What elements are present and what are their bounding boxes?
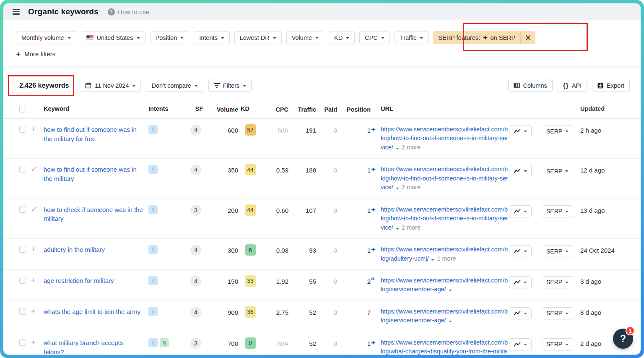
volume-value: 200 [205,205,238,214]
filter-button-lowest-dr[interactable]: Lowest DR [234,31,282,44]
result-url-link[interactable]: https://www.servicememberscivilreliefact… [381,339,508,355]
url-expand-chevron-icon[interactable] [449,321,452,322]
position-history-chart-button[interactable] [509,125,532,137]
serp-dropdown-button[interactable]: SERP [542,205,573,217]
position-history-chart-button[interactable] [509,165,532,177]
result-url-link[interactable]: https://www.servicememberscivilreliefact… [381,277,508,293]
serp-dropdown-button[interactable]: SERP [542,276,573,288]
intercom-help-button[interactable]: ? 1 [613,329,633,349]
more-urls-count[interactable]: 2 more [402,184,421,191]
added-check-icon[interactable]: ✓ [31,165,37,173]
header-cpc[interactable]: CPC [262,105,288,113]
filter-button-volume[interactable]: Volume [286,31,324,44]
filters-dropdown-button[interactable]: Filters [208,79,252,92]
more-urls-count[interactable]: 2 more [402,144,421,151]
columns-button[interactable]: Columns [508,79,553,92]
how-to-use-link[interactable]: ? How to use [108,8,149,16]
header-volume[interactable]: Volume [205,105,238,113]
keyword-link[interactable]: whats the age limit to join the army [44,308,140,315]
paid-value: 0 [316,245,337,254]
position-history-chart-button[interactable] [509,245,532,257]
filter-button-position[interactable]: Position [150,31,190,44]
ai-overview-sparkle-icon: ✦ [371,339,379,347]
row-checkbox[interactable] [19,339,26,346]
filter-button-traffic[interactable]: Traffic [395,31,428,44]
table-row: ✓how to check if someone was in the mili… [3,199,641,239]
row-checkbox[interactable] [19,166,26,172]
header-kd[interactable]: KD [238,105,262,112]
result-url-link[interactable]: https://www.servicememberscivilreliefact… [381,206,508,231]
export-button[interactable]: Export [592,79,630,92]
chevron-down-icon [221,37,224,39]
filter-button-united-states[interactable]: United States [81,31,145,44]
position-chart-icon [514,168,521,174]
position-history-chart-button[interactable] [509,205,532,217]
url-expand-chevron-icon[interactable] [396,188,399,189]
serp-features-filter-chip[interactable]: SERP features: ✦ on SERP [433,31,535,44]
header-intents[interactable]: Intents [148,105,187,112]
row-checkbox[interactable] [19,308,26,315]
keyword-link[interactable]: what military branch accepts felons? [44,339,123,355]
result-url-link[interactable]: https://www.servicememberscivilreliefact… [381,308,508,324]
add-plus-icon[interactable]: + [31,276,36,285]
serp-dropdown-button[interactable]: SERP [542,165,573,177]
add-plus-icon[interactable]: + [31,307,36,316]
row-checkbox[interactable] [19,246,26,253]
url-expand-chevron-icon[interactable] [396,148,399,149]
serp-dropdown-button[interactable]: SERP [542,245,573,257]
add-plus-icon[interactable]: + [31,338,36,347]
paid-value: 0 [316,307,337,316]
position-history-chart-button[interactable] [509,307,532,319]
position-chart-icon [514,128,521,134]
more-urls-count[interactable]: 1 more [437,255,456,262]
filter-button-kd[interactable]: KD [329,31,355,44]
serp-chip-close-button[interactable] [520,31,535,44]
header-updated[interactable]: Updated [580,105,629,112]
add-plus-icon[interactable]: + [31,125,36,133]
filter-button-monthly-volume[interactable]: Monthly volume [16,31,76,44]
select-all-checkbox[interactable] [19,106,26,112]
volume-value: 900 [205,307,238,316]
filter-button-label: Position [156,34,177,41]
more-urls-count[interactable]: 2 more [402,224,421,231]
added-check-icon[interactable]: ✓ [31,205,37,214]
header-sf[interactable]: SF [187,105,205,112]
serp-dropdown-button[interactable]: SERP [542,338,573,350]
position-chart-icon [514,311,521,316]
filter-button-label: Volume [292,34,312,41]
serp-dropdown-button[interactable]: SERP [542,125,573,137]
row-checkbox[interactable] [19,277,26,284]
header-keyword[interactable]: Keyword [44,105,148,112]
result-url-link[interactable]: https://www.servicememberscivilreliefact… [381,126,508,151]
keyword-link[interactable]: how to find out if someone was in the mi… [44,126,137,142]
url-expand-chevron-icon[interactable] [431,259,434,261]
keyword-link[interactable]: age restriction for military [44,277,114,284]
header-paid[interactable]: Paid [316,105,337,113]
ai-overview-sparkle-icon: ✦ [371,206,379,214]
position-history-chart-button[interactable] [509,338,532,350]
result-url-link[interactable]: https://www.servicememberscivilreliefact… [381,166,508,191]
add-plus-icon[interactable]: + [31,245,36,253]
url-expand-chevron-icon[interactable] [449,290,452,291]
more-filters-button[interactable]: + More filters [16,50,55,58]
hamburger-menu-icon[interactable] [11,7,21,16]
keyword-link[interactable]: how to check if someone was in the milit… [44,206,143,222]
position-history-chart-button[interactable] [509,276,532,288]
serp-dropdown-button[interactable]: SERP [542,307,573,319]
filter-button-intents[interactable]: Intents [194,31,230,44]
keyword-link[interactable]: how to find out if someone was in the mi… [44,166,137,182]
row-checkbox[interactable] [19,126,26,133]
date-picker-button[interactable]: 11 Nov 2024 [80,79,141,92]
compare-dropdown-button[interactable]: Don’t compare [146,79,203,92]
url-expand-chevron-icon[interactable] [396,228,399,230]
header-url[interactable]: URL [371,105,509,112]
header-position[interactable]: Position [337,105,371,113]
paid-value: 0 [316,125,337,134]
cpc-value: 1.92 [262,276,288,285]
traffic-value: 93 [288,245,316,254]
api-button[interactable]: { } API [558,79,587,92]
filter-button-cpc[interactable]: CPC [359,31,390,44]
row-checkbox[interactable] [19,206,26,213]
header-traffic[interactable]: Traffic [288,105,316,113]
keyword-link[interactable]: adultery in the military [44,246,105,253]
